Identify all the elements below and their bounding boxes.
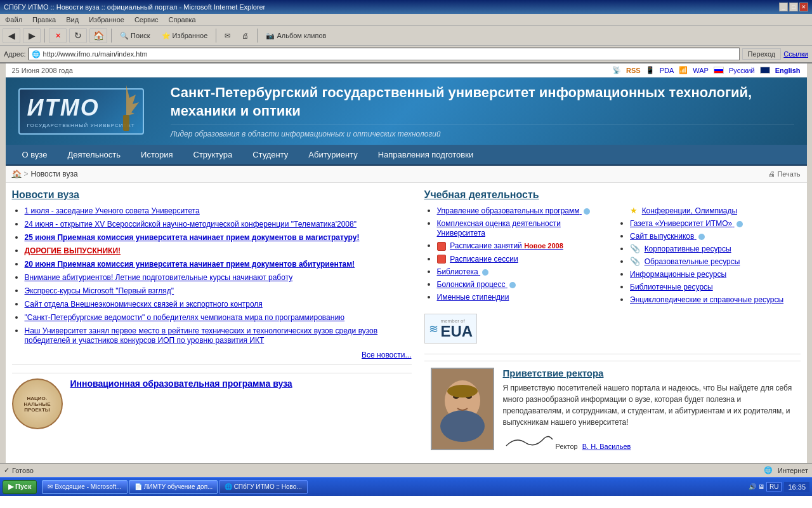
- menu-help[interactable]: Справка: [166, 15, 199, 24]
- taskbar-item-1[interactable]: ✉ Входящие - Microsoft...: [42, 480, 127, 494]
- edu-link-7[interactable]: Именные стипендии: [437, 293, 509, 302]
- refresh-button[interactable]: ↻: [69, 28, 87, 43]
- print-page-button[interactable]: 🖨 Печать: [768, 170, 800, 178]
- favorites-button[interactable]: ⭐ Избранное: [157, 30, 213, 42]
- search-button[interactable]: 🔍 Поиск: [115, 30, 155, 42]
- back-button[interactable]: ◀: [3, 28, 20, 43]
- nav-structure[interactable]: Структура: [183, 145, 243, 164]
- header-title: Санкт-Петербургский государственный унив…: [171, 84, 794, 120]
- rector-section: Приветствие ректора Я приветствую посети…: [424, 361, 801, 457]
- news-link-4[interactable]: ДОРОГИЕ ВЫПУСКНИКИ!: [25, 246, 121, 255]
- edu-link-1[interactable]: Управление образовательных программ: [437, 206, 590, 215]
- nav-applicants[interactable]: Абитуриенту: [298, 145, 367, 164]
- status-right: 🌐 Интернет: [764, 466, 808, 474]
- innovation-title-link[interactable]: Инновационная образовательная программа …: [70, 378, 292, 389]
- doc-taskbar-icon: 📄: [134, 483, 142, 490]
- wap-link[interactable]: WAP: [693, 67, 709, 74]
- status-icon: ✓: [4, 466, 10, 474]
- lang-indicator[interactable]: RU: [766, 482, 782, 491]
- stop-button[interactable]: ✕: [49, 28, 67, 43]
- svg-point-7: [447, 385, 478, 398]
- english-lang-link[interactable]: English: [775, 67, 801, 74]
- mail-button[interactable]: ✉: [220, 30, 235, 42]
- maximize-button[interactable]: □: [789, 3, 798, 11]
- edu-link-2[interactable]: Комплексная оценка деятельности Универси…: [437, 219, 561, 237]
- close-button[interactable]: ✕: [799, 3, 808, 11]
- edu-right-link-6[interactable]: Информационные ресурсы: [630, 270, 726, 279]
- nav-about[interactable]: О вузе: [12, 145, 58, 164]
- edu-link-4[interactable]: Расписание сессии: [450, 255, 518, 264]
- edu-right-link-7[interactable]: Библиотечные ресурсы: [630, 283, 713, 291]
- window-controls: _ □ ✕: [779, 3, 808, 11]
- minimize-button[interactable]: _: [779, 3, 788, 11]
- news-link-7[interactable]: Экспресс-курсы Microsoft "Первый взгляд": [25, 286, 174, 295]
- links-button[interactable]: Ссылки: [783, 50, 808, 58]
- rector-photo: [431, 368, 494, 450]
- edu-link-3[interactable]: Расписание занятий Новое 2008: [450, 241, 563, 250]
- nav-directions[interactable]: Направления подготовки: [368, 145, 484, 164]
- external-icon: [737, 221, 743, 227]
- menu-favorites[interactable]: Избранное: [86, 15, 127, 24]
- innovation-logo: НАЦИО- НАЛЬНЫЕ ПРОЕКТЫ: [12, 378, 63, 429]
- calendar-icon: [437, 255, 446, 264]
- menu-view[interactable]: Вид: [63, 15, 81, 24]
- top-bar: 25 Июня 2008 года 📡 RSS 📱 PDA 📶 WAP Русс…: [6, 64, 807, 77]
- forward-button[interactable]: ▶: [23, 28, 41, 43]
- nav-history[interactable]: История: [131, 145, 183, 164]
- edu-right-link-5[interactable]: Образовательные ресурсы: [645, 257, 740, 266]
- svg-marker-0: [123, 85, 139, 117]
- list-item: 24 июня - открытие XV Всероссийской науч…: [25, 219, 412, 229]
- news-section-title[interactable]: Новости вуза: [12, 189, 412, 201]
- menu-bar: Файл Правка Вид Избранное Сервис Справка: [0, 14, 812, 26]
- pda-link[interactable]: PDA: [660, 67, 674, 74]
- news-link-5[interactable]: 20 июня Приемная комиссия университета н…: [25, 260, 355, 269]
- rss-link[interactable]: RSS: [626, 67, 641, 74]
- menu-file[interactable]: Файл: [3, 15, 25, 24]
- home-button[interactable]: 🏠: [89, 28, 107, 43]
- edu-left-subcolumn: Управление образовательных программ Комп…: [424, 206, 608, 344]
- edu-section-title[interactable]: Учебная деятельность: [424, 189, 801, 201]
- nav-activities[interactable]: Деятельность: [57, 145, 131, 164]
- news-link-1[interactable]: 1 июля - заседание Ученого совета Универ…: [25, 206, 200, 215]
- news-link-9[interactable]: "Санкт-Петербургские ведомости" о победи…: [25, 313, 345, 322]
- news-link-8[interactable]: Сайт отдела Внешнеэкономических связей и…: [25, 300, 263, 309]
- zone-text: Интернет: [778, 467, 808, 474]
- news-list: 1 июля - заседание Ученого совета Универ…: [12, 206, 412, 345]
- news-link-6[interactable]: Внимание абитуриентов! Летние подготовит…: [25, 273, 293, 282]
- list-item: "Санкт-Петербургские ведомости" о победи…: [25, 312, 412, 322]
- taskbar-item-3[interactable]: 🌐 СПбГУ ИТМО :: Ново...: [219, 480, 308, 494]
- header-text: Санкт-Петербургский государственный унив…: [158, 84, 794, 138]
- edu-right-link-2[interactable]: Газета «Университет ИТМО»: [630, 219, 743, 228]
- album-button[interactable]: 📷 Альбом клипов: [261, 30, 331, 42]
- edu-link-5[interactable]: Библиотека: [437, 267, 489, 276]
- eua-waves-icon: ≋: [429, 322, 438, 336]
- svg-point-4: [440, 410, 485, 442]
- edu-link-6[interactable]: Болонский процесс: [437, 280, 516, 289]
- taskbar-item-2[interactable]: 📄 ЛИМТУ обучение доп...: [129, 480, 218, 494]
- start-button[interactable]: ▶ Пуск: [3, 480, 37, 494]
- news-link-2[interactable]: 24 июня - открытие XV Всероссийской науч…: [25, 220, 357, 229]
- innovation-text: Инновационная образовательная программа …: [70, 378, 292, 389]
- nav-students[interactable]: Студенту: [242, 145, 298, 164]
- russian-lang-link[interactable]: Русский: [729, 67, 755, 74]
- mail-taskbar-icon: ✉: [48, 483, 53, 490]
- edu-right-link-8[interactable]: Энциклопедические и справочные ресурсы: [630, 295, 783, 304]
- all-news-link[interactable]: Все новости...: [362, 351, 411, 359]
- news-link-3[interactable]: 25 июня Приемная комиссия университета н…: [25, 233, 360, 242]
- main-content: Новости вуза 1 июля - заседание Ученого …: [6, 183, 807, 463]
- breadcrumb-home-link[interactable]: 🏠: [12, 170, 22, 178]
- edu-right-link-1[interactable]: Конференции, Олимпиады: [642, 206, 737, 215]
- edu-right-link-4[interactable]: Корпоративные ресурсы: [645, 244, 731, 253]
- rector-title-link[interactable]: Приветствие ректора: [503, 368, 794, 378]
- list-item: Информационные ресурсы: [630, 269, 801, 279]
- print-button[interactable]: 🖨: [237, 30, 253, 41]
- rector-name-link[interactable]: В. Н. Васильев: [582, 443, 631, 450]
- address-field[interactable]: 🌐 http://www.ifmo.ru/main/index.htm: [29, 48, 740, 60]
- edu-right-link-3[interactable]: Сайт выпускников: [630, 232, 705, 241]
- news-link-10[interactable]: Наш Университет занял первое место в рей…: [25, 326, 378, 345]
- external-icon: [482, 269, 488, 276]
- menu-tools[interactable]: Сервис: [132, 15, 161, 24]
- go-button[interactable]: Переход: [742, 48, 782, 60]
- menu-edit[interactable]: Правка: [30, 15, 58, 24]
- list-item: Внимание абитуриентов! Летние подготовит…: [25, 272, 412, 282]
